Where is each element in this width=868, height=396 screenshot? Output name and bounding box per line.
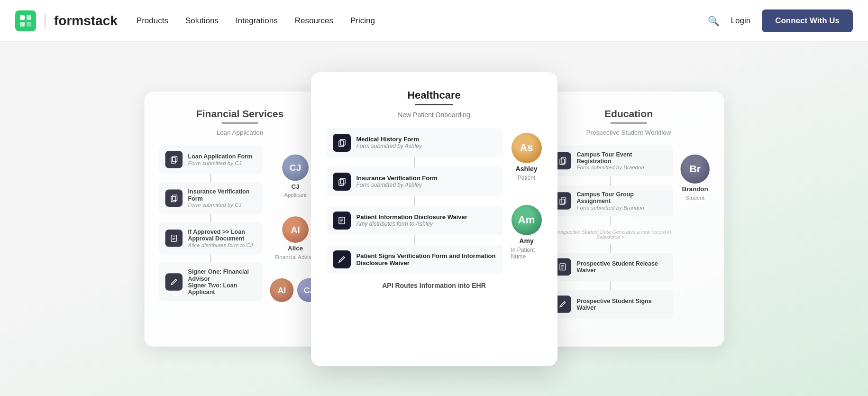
person-brandon: Br Brandon Student (680, 154, 709, 201)
person-amy-name: Amy (519, 237, 533, 245)
education-persons: Br Brandon Student (680, 154, 709, 201)
svg-rect-23 (561, 197, 566, 203)
svg-rect-7 (172, 195, 177, 201)
wf-connector (210, 213, 211, 222)
nav-integrations[interactable]: Integrations (236, 16, 278, 26)
list-item: Patient Signs Verification Form and Info… (326, 245, 503, 274)
workflow-item-text: Insurance Verification Form Form submitt… (356, 175, 438, 188)
wf-campus-group-title: Campus Tour Group Assignment (576, 191, 667, 204)
person-cj-role: Applicant (284, 192, 306, 198)
healthcare-persons: As Ashley Patient Am Amy In Patient Nurs… (511, 133, 542, 260)
person-ashley: As Ashley Patient (511, 133, 542, 181)
wf-insurance-sub: Form submitted by Ashley (356, 182, 438, 188)
avatar-alice: Al (282, 216, 309, 243)
workflow-item-text: Prospective Student Signs Waiver (576, 297, 667, 311)
svg-rect-14 (339, 180, 344, 185)
wf-connector (610, 176, 611, 185)
pen-icon (333, 250, 351, 268)
list-item: Loan Application Form Form submitted by … (159, 145, 263, 174)
nav-pricing[interactable]: Pricing (350, 16, 375, 26)
education-layout: Campus Tour Event Registration Form subm… (548, 145, 710, 318)
content-area: Financial Services Loan Application Loan… (0, 42, 868, 396)
healthcare-workflow: Medical History Form Form submitted by A… (326, 128, 503, 274)
card-financial-title: Financial Services (159, 108, 321, 120)
nav-solutions[interactable]: Solutions (185, 16, 219, 26)
wf-item-title: If Approved >> Loan Approval Document (188, 228, 256, 242)
list-item: Signer One: Financial Advisor Signer Two… (159, 263, 263, 301)
nav-products[interactable]: Products (137, 16, 168, 26)
card-healthcare-subtitle: New Patient Onboarding (326, 111, 542, 119)
wf-connector (414, 157, 415, 167)
list-item: Patient Information Disclosure Waiver Am… (326, 206, 503, 235)
navbar: formstack Products Solutions Integration… (0, 0, 868, 42)
list-item: If Approved >> Loan Approval Document Al… (159, 222, 263, 253)
workflow-item-text: Patient Information Disclosure Waiver Am… (356, 213, 467, 227)
person-ashley-role: Patient (518, 175, 535, 181)
wf-item-title2: Signer Two: Loan Applicant (188, 282, 256, 295)
avatar-cj: CJ (282, 154, 309, 181)
list-item: Campus Tour Group Assignment Form submit… (548, 185, 673, 216)
list-item: Prospective Student Release Waiver (548, 253, 673, 281)
wf-item-title: Signer One: Financial Advisor (188, 268, 256, 282)
person-brandon-role: Student (685, 194, 704, 201)
card-healthcare: Healthcare New Patient Onboarding Medica… (311, 72, 557, 366)
card-education: Education Prospective Student Workflow C… (533, 92, 724, 347)
wf-connector (610, 216, 611, 225)
logo-icon (15, 10, 36, 31)
nav-right: 🔍 Login Connect With Us (708, 9, 853, 32)
pen-icon (165, 273, 182, 290)
wf-disclosure-sub: Amy distributes form to Ashley (356, 221, 467, 227)
svg-rect-0 (20, 15, 25, 20)
avatar-ashley: As (512, 133, 542, 163)
workflow-item-text: Loan Application Form Form submitted by … (188, 153, 252, 166)
list-item: Insurance Verification Form Form submitt… (159, 183, 263, 213)
svg-rect-15 (340, 178, 345, 184)
copy-icon (165, 189, 182, 206)
card-financial: Financial Services Loan Application Loan… (144, 92, 335, 347)
wf-disclosure-title: Patient Information Disclosure Waiver (356, 213, 467, 221)
card-healthcare-title: Healthcare (326, 89, 542, 101)
logo-text: formstack (54, 13, 118, 28)
wf-item-sub: Form submitted by CJ (188, 159, 252, 166)
connect-button[interactable]: Connect With Us (762, 9, 853, 32)
card-education-subtitle: Prospective Student Workflow (548, 129, 710, 136)
wf-connector (414, 196, 415, 206)
list-item: Medical History Form Form submitted by A… (326, 128, 503, 157)
person-amy-role: In Patient Nurse (511, 247, 542, 260)
healthcare-layout: Medical History Form Form submitted by A… (326, 128, 542, 274)
wf-medical-title: Medical History Form (356, 136, 422, 143)
wf-signs-title: Patient Signs Verification Form and Info… (356, 252, 497, 267)
workflow-item-text: Medical History Form Form submitted by A… (356, 136, 422, 149)
wf-connector (414, 235, 415, 245)
doc-icon (165, 230, 182, 247)
workflow-item-text: Campus Tour Event Registration Form subm… (576, 151, 667, 171)
nav-resources[interactable]: Resources (295, 16, 333, 26)
workflow-item-text: Signer One: Financial Advisor Signer Two… (188, 268, 256, 295)
wf-connector (210, 253, 211, 262)
login-button[interactable]: Login (731, 16, 751, 26)
list-item: Prospective Student Signs Waiver (548, 290, 673, 318)
card-financial-subtitle: Loan Application (159, 129, 321, 136)
avatar-amy: Am (512, 205, 542, 235)
person-amy: Am Amy In Patient Nurse (511, 205, 542, 260)
workflow-item-text: Prospective Student Release Waiver (576, 260, 667, 274)
logo[interactable]: formstack (15, 10, 118, 31)
wf-signs-waiver-title: Prospective Student Signs Waiver (576, 297, 667, 311)
wf-campus-tour-sub: Form submitted by Brandon (576, 164, 667, 170)
copy-icon (333, 134, 351, 152)
wf-insurance-title: Insurance Verification Form (356, 175, 438, 182)
wf-item-title: Insurance Verification Form (188, 188, 256, 202)
wf-connector (210, 174, 211, 183)
wf-connector (610, 281, 611, 290)
wf-campus-tour-title: Campus Tour Event Registration (576, 151, 667, 165)
wf-release-title: Prospective Student Release Waiver (576, 260, 667, 274)
person-cj-name: CJ (291, 183, 299, 190)
person-brandon-name: Brandon (682, 185, 708, 192)
card-healthcare-underline (415, 104, 453, 105)
workflow-item-text: If Approved >> Loan Approval Document Al… (188, 228, 256, 248)
svg-rect-21 (561, 157, 566, 163)
workflow-item-text: Campus Tour Group Assignment Form submit… (576, 191, 667, 211)
search-icon[interactable]: 🔍 (708, 15, 720, 27)
copy-icon (333, 173, 351, 191)
wf-campus-group-sub: Form submitted by Brandon (576, 204, 667, 211)
